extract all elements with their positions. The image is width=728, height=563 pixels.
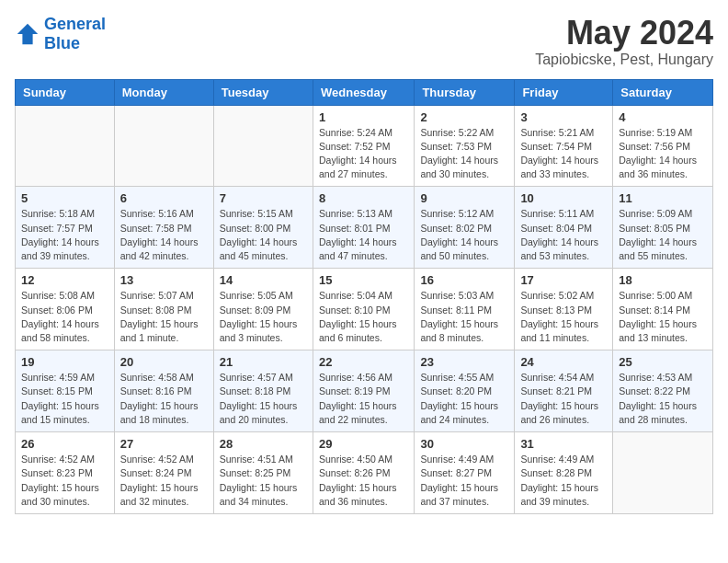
col-sunday: Sunday [16, 79, 115, 105]
calendar-cell: 22Sunrise: 4:56 AM Sunset: 8:19 PM Dayli… [313, 350, 414, 432]
col-wednesday: Wednesday [313, 79, 414, 105]
day-number: 18 [619, 273, 707, 287]
logo: General Blue [15, 15, 106, 53]
day-number: 30 [420, 437, 508, 451]
day-number: 26 [21, 437, 108, 451]
day-number: 2 [420, 110, 508, 124]
calendar-cell: 23Sunrise: 4:55 AM Sunset: 8:20 PM Dayli… [415, 350, 515, 432]
logo-icon [15, 21, 40, 47]
col-thursday: Thursday [415, 79, 515, 105]
day-info: Sunrise: 5:22 AM Sunset: 7:53 PM Dayligh… [420, 126, 508, 182]
calendar-cell: 8Sunrise: 5:13 AM Sunset: 8:01 PM Daylig… [313, 187, 414, 269]
title-block: May 2024 Tapiobicske, Pest, Hungary [535, 15, 713, 68]
day-info: Sunrise: 5:21 AM Sunset: 7:54 PM Dayligh… [520, 126, 607, 182]
calendar-table: Sunday Monday Tuesday Wednesday Thursday… [15, 79, 713, 514]
day-number: 27 [120, 437, 208, 451]
day-number: 21 [220, 355, 307, 369]
calendar-cell: 31Sunrise: 4:49 AM Sunset: 8:28 PM Dayli… [515, 432, 613, 514]
day-number: 19 [21, 355, 108, 369]
calendar-cell [114, 105, 213, 187]
day-number: 11 [619, 191, 707, 205]
calendar-cell: 17Sunrise: 5:02 AM Sunset: 8:13 PM Dayli… [515, 269, 613, 350]
calendar-week-row: 26Sunrise: 4:52 AM Sunset: 8:23 PM Dayli… [16, 432, 713, 514]
calendar-cell: 26Sunrise: 4:52 AM Sunset: 8:23 PM Dayli… [16, 432, 115, 514]
day-info: Sunrise: 5:15 AM Sunset: 8:00 PM Dayligh… [220, 207, 307, 263]
day-number: 20 [120, 355, 208, 369]
day-info: Sunrise: 4:49 AM Sunset: 8:28 PM Dayligh… [520, 453, 607, 509]
col-saturday: Saturday [613, 79, 713, 105]
day-info: Sunrise: 5:07 AM Sunset: 8:08 PM Dayligh… [120, 289, 208, 345]
calendar-cell: 3Sunrise: 5:21 AM Sunset: 7:54 PM Daylig… [515, 105, 613, 187]
calendar-cell: 25Sunrise: 4:53 AM Sunset: 8:22 PM Dayli… [613, 350, 713, 432]
day-number: 22 [319, 355, 408, 369]
calendar-week-row: 12Sunrise: 5:08 AM Sunset: 8:06 PM Dayli… [16, 269, 713, 350]
day-number: 15 [319, 273, 408, 287]
day-info: Sunrise: 5:13 AM Sunset: 8:01 PM Dayligh… [319, 207, 408, 263]
day-info: Sunrise: 4:50 AM Sunset: 8:26 PM Dayligh… [319, 453, 408, 509]
calendar-cell: 6Sunrise: 5:16 AM Sunset: 7:58 PM Daylig… [114, 187, 213, 269]
calendar-cell: 7Sunrise: 5:15 AM Sunset: 8:00 PM Daylig… [213, 187, 313, 269]
day-info: Sunrise: 4:56 AM Sunset: 8:19 PM Dayligh… [319, 371, 408, 427]
day-info: Sunrise: 4:59 AM Sunset: 8:15 PM Dayligh… [21, 371, 108, 427]
day-info: Sunrise: 4:55 AM Sunset: 8:20 PM Dayligh… [420, 371, 508, 427]
calendar-cell: 15Sunrise: 5:04 AM Sunset: 8:10 PM Dayli… [313, 269, 414, 350]
day-info: Sunrise: 5:18 AM Sunset: 7:57 PM Dayligh… [21, 207, 108, 263]
day-number: 13 [120, 273, 208, 287]
day-number: 31 [520, 437, 607, 451]
day-number: 6 [120, 191, 208, 205]
day-info: Sunrise: 5:04 AM Sunset: 8:10 PM Dayligh… [319, 289, 408, 345]
calendar-cell: 24Sunrise: 4:54 AM Sunset: 8:21 PM Dayli… [515, 350, 613, 432]
calendar-cell: 28Sunrise: 4:51 AM Sunset: 8:25 PM Dayli… [213, 432, 313, 514]
day-number: 16 [420, 273, 508, 287]
day-info: Sunrise: 5:12 AM Sunset: 8:02 PM Dayligh… [420, 207, 508, 263]
calendar-week-row: 19Sunrise: 4:59 AM Sunset: 8:15 PM Dayli… [16, 350, 713, 432]
day-info: Sunrise: 4:49 AM Sunset: 8:27 PM Dayligh… [420, 453, 508, 509]
day-info: Sunrise: 5:24 AM Sunset: 7:52 PM Dayligh… [319, 126, 408, 182]
day-info: Sunrise: 4:57 AM Sunset: 8:18 PM Dayligh… [220, 371, 307, 427]
calendar-cell: 12Sunrise: 5:08 AM Sunset: 8:06 PM Dayli… [16, 269, 115, 350]
day-info: Sunrise: 5:03 AM Sunset: 8:11 PM Dayligh… [420, 289, 508, 345]
day-number: 17 [520, 273, 607, 287]
calendar-cell: 20Sunrise: 4:58 AM Sunset: 8:16 PM Dayli… [114, 350, 213, 432]
calendar-cell: 2Sunrise: 5:22 AM Sunset: 7:53 PM Daylig… [415, 105, 515, 187]
day-info: Sunrise: 5:09 AM Sunset: 8:05 PM Dayligh… [619, 207, 707, 263]
calendar-cell [613, 432, 713, 514]
day-number: 5 [21, 191, 108, 205]
calendar-cell: 21Sunrise: 4:57 AM Sunset: 8:18 PM Dayli… [213, 350, 313, 432]
calendar-cell: 18Sunrise: 5:00 AM Sunset: 8:14 PM Dayli… [613, 269, 713, 350]
day-number: 29 [319, 437, 408, 451]
col-friday: Friday [515, 79, 613, 105]
day-number: 8 [319, 191, 408, 205]
day-info: Sunrise: 4:51 AM Sunset: 8:25 PM Dayligh… [220, 453, 307, 509]
calendar-cell: 9Sunrise: 5:12 AM Sunset: 8:02 PM Daylig… [415, 187, 515, 269]
day-info: Sunrise: 5:11 AM Sunset: 8:04 PM Dayligh… [520, 207, 607, 263]
svg-marker-0 [17, 24, 38, 44]
calendar-header-row: Sunday Monday Tuesday Wednesday Thursday… [16, 79, 713, 105]
day-info: Sunrise: 5:19 AM Sunset: 7:56 PM Dayligh… [619, 126, 707, 182]
day-info: Sunrise: 5:05 AM Sunset: 8:09 PM Dayligh… [220, 289, 307, 345]
calendar-cell [213, 105, 313, 187]
day-info: Sunrise: 4:54 AM Sunset: 8:21 PM Dayligh… [520, 371, 607, 427]
col-tuesday: Tuesday [213, 79, 313, 105]
calendar-cell [16, 105, 115, 187]
day-number: 4 [619, 110, 707, 124]
month-title: May 2024 [535, 15, 713, 52]
day-info: Sunrise: 4:52 AM Sunset: 8:24 PM Dayligh… [120, 453, 208, 509]
calendar-cell: 16Sunrise: 5:03 AM Sunset: 8:11 PM Dayli… [415, 269, 515, 350]
day-number: 9 [420, 191, 508, 205]
calendar-week-row: 1Sunrise: 5:24 AM Sunset: 7:52 PM Daylig… [16, 105, 713, 187]
day-number: 12 [21, 273, 108, 287]
logo-text: General Blue [44, 15, 106, 53]
day-number: 24 [520, 355, 607, 369]
day-number: 14 [220, 273, 307, 287]
calendar-cell: 30Sunrise: 4:49 AM Sunset: 8:27 PM Dayli… [415, 432, 515, 514]
day-number: 10 [520, 191, 607, 205]
day-number: 28 [220, 437, 307, 451]
calendar-week-row: 5Sunrise: 5:18 AM Sunset: 7:57 PM Daylig… [16, 187, 713, 269]
calendar-cell: 29Sunrise: 4:50 AM Sunset: 8:26 PM Dayli… [313, 432, 414, 514]
day-number: 25 [619, 355, 707, 369]
day-info: Sunrise: 5:02 AM Sunset: 8:13 PM Dayligh… [520, 289, 607, 345]
day-info: Sunrise: 4:58 AM Sunset: 8:16 PM Dayligh… [120, 371, 208, 427]
col-monday: Monday [114, 79, 213, 105]
day-info: Sunrise: 4:53 AM Sunset: 8:22 PM Dayligh… [619, 371, 707, 427]
